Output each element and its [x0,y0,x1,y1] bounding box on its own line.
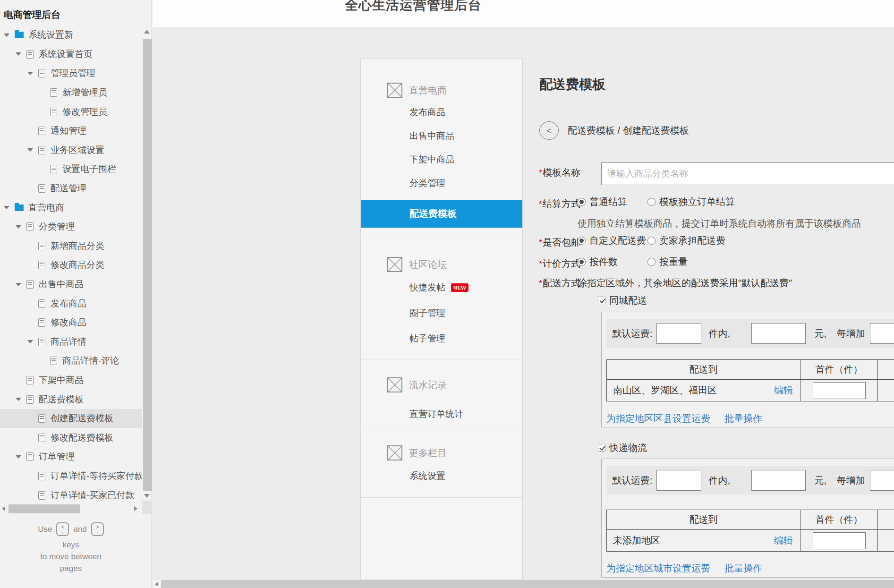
tree-item[interactable]: 管理员管理 [0,64,142,83]
default-fee-row: 默认运费: 件内, 元, 每增加 [606,466,894,494]
menu-item[interactable]: 快捷发帖 NEW [361,275,522,300]
default-extra-input[interactable] [870,323,894,344]
caret-down-icon[interactable] [4,206,9,209]
column-header-first-piece: 首件（件） [800,360,878,380]
tree-item[interactable]: 新增管理员 [0,83,142,102]
default-pieces-input[interactable] [656,470,701,491]
tree-item[interactable]: 出售中商品 [0,275,142,294]
tree-item[interactable]: 配送管理 [0,179,142,198]
menu-item[interactable]: 帖子管理 [361,326,522,351]
radio-option-independent-settlement[interactable]: 模板独立订单结算 [647,196,735,208]
tree-item[interactable]: 修改商品 [0,313,142,332]
page-icon [26,280,34,289]
radio-option-by-piece[interactable]: 按件数 [578,256,647,268]
set-region-fee-link[interactable]: 为指定地区城市设置运费 [606,562,710,575]
caret-down-icon[interactable] [4,34,9,37]
tree-item[interactable]: 订单管理 [0,447,142,467]
first-piece-input[interactable] [813,382,866,399]
default-extra-input[interactable] [870,470,894,491]
zone-checkbox[interactable]: 快递物流 [598,442,894,453]
tree-item[interactable]: 修改配送费模板 [0,428,142,447]
caret-down-icon[interactable] [27,148,33,152]
tree-item[interactable]: 订单详情-买家已付款 [0,486,142,503]
sidebar-horizontal-scrollbar-thumb[interactable] [9,504,80,513]
tree-item[interactable]: 创建配送费模板 [0,409,142,428]
menu-item[interactable]: 直营订单统计 [361,401,522,427]
default-fee-row: 默认运费: 件内, 元, 每增加 [606,319,894,348]
tree-item[interactable]: 新增商品分类 [0,237,142,256]
scroll-down-arrow-icon[interactable] [144,494,150,498]
radio-unselected-icon [647,258,656,266]
settlement-help-text: 使用独立结算模板商品，提交订单时系统自动将所有属于该模板商品 [578,217,894,230]
radio-option-normal-settlement[interactable]: 普通结算 [578,196,647,208]
radio-option-by-weight[interactable]: 按重量 [647,256,688,268]
radio-option-seller-pays[interactable]: 卖家承担配送费 [647,234,725,247]
caret-down-icon[interactable] [27,72,33,75]
tree-item[interactable]: 系统设置新 [0,26,142,45]
menu-item[interactable]: 配送费模板 [361,200,522,228]
sidebar-vertical-scrollbar-thumb[interactable] [143,39,152,491]
set-region-fee-link[interactable]: 为指定地区区县设置运费 [606,412,710,425]
tree-item[interactable]: 修改商品分类 [0,256,142,275]
page-title: 配送费模板 [539,76,605,94]
column-header-first-piece: 首件（件） [800,510,878,530]
settlement-radio-group: 普通结算 模板独立订单结算 [578,196,735,208]
menu-item[interactable]: 出售中商品 [361,124,522,148]
tree-item[interactable]: 分类管理 [0,217,142,237]
menu-item[interactable]: 圈子管理 [361,300,522,326]
left-angle-key-icon: < , [56,522,69,536]
caret-down-icon[interactable] [16,52,21,56]
tree-item[interactable]: 下架中商品 [0,371,142,390]
page-icon [38,127,45,135]
default-amount-input[interactable] [751,470,806,491]
tree-item[interactable]: 配送费模板 [0,390,142,409]
edit-link[interactable]: 编辑 [774,384,793,397]
tree-item[interactable]: 商品详情 [0,332,142,352]
tree-item[interactable]: 业务区域设置 [0,141,142,160]
caret-down-icon[interactable] [16,398,21,401]
edit-link[interactable]: 编辑 [774,534,793,547]
tree-item[interactable]: 通知管理 [0,121,142,141]
tree-item[interactable]: 修改管理员 [0,102,142,121]
back-button[interactable]: < [539,121,559,140]
folder-icon [15,205,24,211]
column-header-delivery: 配送到 [607,510,800,530]
default-pieces-input[interactable] [656,323,701,344]
main-horizontal-scrollbar[interactable] [153,580,894,588]
main-horizontal-scrollbar-thumb[interactable] [161,580,894,588]
menu-item[interactable]: 系统设置 [361,463,522,489]
zone-checkbox[interactable]: 同城配送 [598,295,894,306]
batch-operation-link[interactable]: 批量操作 [724,412,762,425]
batch-operation-link[interactable]: 批量操作 [724,562,762,575]
template-name-input[interactable] [601,162,894,185]
first-piece-input[interactable] [813,532,866,549]
tree-item[interactable]: 发布商品 [0,294,142,313]
caret-down-icon[interactable] [16,455,21,459]
tree-item[interactable]: 系统设置首页 [0,45,142,64]
scroll-right-arrow-icon[interactable] [134,506,137,511]
default-amount-input[interactable] [751,323,806,344]
back-arrow-icon: < [546,126,552,136]
tree-item[interactable]: 订单详情-等待买家付款 [0,467,142,486]
zone-fee-table: 配送到 首件（件） 首费（元） 南山区、罗湖区、福田区 编辑 [606,359,894,401]
scroll-up-arrow-icon[interactable] [144,30,150,34]
menu-item[interactable]: 下架中商品 [361,148,522,171]
radio-option-custom-fee[interactable]: 自定义配送费 [578,234,647,247]
caret-down-icon[interactable] [27,340,33,343]
page-icon [38,261,45,269]
breadcrumb: 配送费模板 / 创建配送费模板 [568,124,689,137]
zone-links: 为指定地区区县设置运费 批量操作 [606,412,762,425]
menu-item[interactable]: 分类管理 [361,171,522,195]
caret-down-icon[interactable] [16,225,21,229]
scroll-left-arrow-icon[interactable] [2,506,5,511]
tree-item[interactable]: 设置电子围栏 [0,160,142,179]
page-icon [38,146,45,154]
page-icon [50,357,57,365]
page-icon [26,376,34,384]
tree-item[interactable]: 直营电商 [0,198,142,217]
caret-down-icon[interactable] [16,283,21,286]
tree-item[interactable]: 商品详情-评论 [0,351,142,371]
menu-item[interactable]: 发布商品 [361,101,522,124]
template-name-label: *模板名称 [539,166,580,179]
scroll-left-arrow-icon[interactable] [155,582,158,587]
